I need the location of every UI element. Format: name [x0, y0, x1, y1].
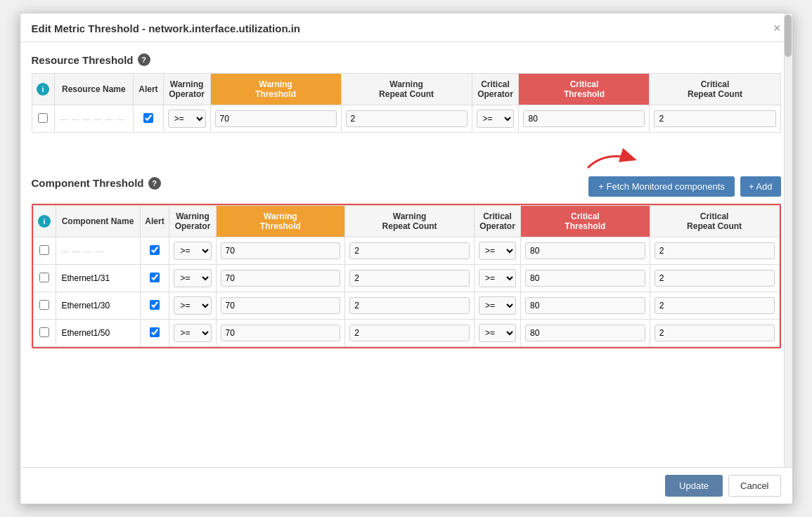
component-section-header: Component Threshold ? + Fetch Monitored …: [32, 176, 781, 197]
resource-warning-threshold-cell[interactable]: [210, 105, 341, 133]
comp-crit-thresh-1[interactable]: [525, 242, 645, 259]
arrow-wrapper: [32, 147, 781, 172]
resource-critical-threshold-input[interactable]: [523, 110, 645, 127]
comp-row1-check[interactable]: [33, 237, 56, 265]
component-threshold-section: Component Threshold ? + Fetch Monitored …: [32, 176, 781, 348]
resource-row-check[interactable]: [32, 105, 54, 133]
resource-threshold-table: i Resource Name Alert WarningOperator Wa…: [32, 73, 781, 133]
modal: Edit Metric Threshold - network.interfac…: [20, 13, 793, 504]
component-th-warning-operator: WarningOperator: [169, 206, 216, 237]
comp-crit-thresh-4[interactable]: [525, 325, 645, 341]
table-row: — — — — >=<=><= >=<=><=: [33, 237, 779, 265]
resource-th-warning-operator: WarningOperator: [163, 74, 210, 105]
comp-crit-thresh-2[interactable]: [525, 270, 645, 287]
comp-checkbox-4[interactable]: [39, 327, 49, 337]
resource-critical-threshold-cell[interactable]: [519, 105, 650, 133]
comp-warn-thresh-1[interactable]: [221, 242, 341, 259]
component-th-critical-operator: CriticalOperator: [474, 206, 520, 237]
resource-name-blurred: — — — — — —: [60, 114, 125, 123]
resource-th-critical-repeat: CriticalRepeat Count: [650, 74, 780, 105]
comp-warn-repeat-2[interactable]: [349, 270, 470, 287]
comp-crit-op-3[interactable]: >=<=><=: [479, 296, 516, 315]
resource-alert-checkbox[interactable]: [143, 113, 153, 123]
comp-name-3: Ethernet1/30: [62, 301, 110, 310]
resource-th-warning-repeat: WarningRepeat Count: [341, 74, 472, 105]
comp-name-4: Ethernet1/50: [62, 328, 110, 338]
component-info-icon: i: [38, 215, 51, 228]
resource-warning-repeat-cell[interactable]: [341, 105, 472, 133]
table-row: Ethernet1/30 >=<=><= >=<=><=: [33, 292, 779, 320]
comp-crit-op-2[interactable]: >=<=><=: [479, 269, 516, 287]
component-help-icon[interactable]: ?: [148, 177, 161, 190]
resource-th-critical-operator: CriticalOperator: [472, 74, 519, 105]
resource-critical-repeat-cell[interactable]: [650, 105, 780, 133]
resource-th-name: Resource Name: [54, 74, 134, 105]
resource-th-info: i: [32, 74, 54, 105]
resource-th-warning-threshold: WarningThreshold: [210, 74, 341, 105]
resource-th-alert: Alert: [134, 74, 163, 105]
comp-alert-4[interactable]: [150, 327, 160, 337]
comp-warn-thresh-3[interactable]: [221, 297, 341, 314]
comp-warn-op-1[interactable]: >=<=><=: [174, 242, 211, 260]
comp-checkbox-1[interactable]: [39, 245, 49, 255]
component-section-title: Component Threshold ?: [32, 177, 161, 190]
modal-footer: Update Cancel: [20, 467, 792, 504]
component-btn-group: + Fetch Monitored components + Add: [588, 176, 780, 197]
comp-warn-thresh-4[interactable]: [221, 325, 341, 341]
comp-warn-op-4[interactable]: >=<=><=: [174, 324, 211, 342]
table-row: Ethernet1/50 >=<=><= >=<=><=: [33, 320, 779, 347]
scrollbar-thumb[interactable]: [785, 15, 792, 57]
modal-header: Edit Metric Threshold - network.interfac…: [20, 13, 792, 42]
resource-alert-cell[interactable]: [134, 105, 163, 133]
comp-alert-1[interactable]: [150, 245, 160, 255]
resource-critical-operator-cell[interactable]: >=<=><=: [472, 105, 519, 133]
component-th-critical-repeat: CriticalRepeat Count: [650, 206, 779, 237]
resource-name-cell: — — — — — —: [54, 105, 134, 133]
comp-checkbox-2[interactable]: [39, 273, 49, 282]
resource-section-title: Resource Threshold ?: [32, 53, 781, 66]
comp-warn-repeat-3[interactable]: [349, 297, 470, 314]
close-button[interactable]: ×: [773, 22, 781, 34]
resource-warning-repeat-input[interactable]: [346, 110, 468, 127]
table-row: — — — — — — >=<=><=: [32, 105, 780, 133]
red-arrow-icon: [584, 147, 640, 172]
comp-crit-op-1[interactable]: >=<=><=: [479, 242, 516, 260]
modal-body: Resource Threshold ? i Resource Name Ale…: [20, 42, 792, 391]
resource-critical-repeat-input[interactable]: [654, 110, 775, 127]
component-table-wrapper: i Component Name Alert WarningOperator W…: [32, 204, 781, 348]
comp-warn-op-2[interactable]: >=<=><=: [174, 269, 211, 287]
add-component-button[interactable]: + Add: [740, 176, 781, 197]
comp-name-blurred-1: — — — —: [62, 247, 104, 255]
comp-checkbox-3[interactable]: [39, 300, 49, 310]
update-button[interactable]: Update: [665, 475, 723, 497]
resource-help-icon[interactable]: ?: [138, 53, 150, 66]
resource-checkbox[interactable]: [38, 113, 48, 123]
component-th-warning-threshold: WarningThreshold: [216, 206, 345, 237]
table-row: Ethernet1/31 >=<=><= >=<=><=: [33, 265, 779, 292]
resource-critical-operator-select[interactable]: >=<=><=: [477, 110, 515, 128]
component-th-name: Component Name: [56, 206, 140, 237]
resource-warning-operator-cell[interactable]: >=<=><=: [163, 105, 210, 133]
comp-name-2: Ethernet1/31: [62, 273, 110, 283]
comp-crit-repeat-3[interactable]: [655, 297, 775, 314]
comp-warn-thresh-2[interactable]: [221, 270, 341, 287]
comp-crit-repeat-2[interactable]: [655, 270, 775, 287]
comp-alert-2[interactable]: [150, 273, 160, 282]
resource-threshold-section: Resource Threshold ? i Resource Name Ale…: [32, 53, 781, 133]
comp-crit-thresh-3[interactable]: [525, 297, 645, 314]
resource-th-critical-threshold: CriticalThreshold: [519, 74, 650, 105]
component-th-critical-threshold: CriticalThreshold: [521, 206, 650, 237]
resource-warning-operator-select[interactable]: >=<=><=: [168, 110, 206, 128]
comp-crit-op-4[interactable]: >=<=><=: [479, 324, 516, 342]
comp-warn-repeat-4[interactable]: [349, 325, 470, 341]
fetch-monitored-components-button[interactable]: + Fetch Monitored components: [588, 176, 735, 197]
comp-warn-op-3[interactable]: >=<=><=: [174, 296, 211, 315]
resource-warning-threshold-input[interactable]: [215, 110, 337, 127]
comp-alert-3[interactable]: [150, 300, 160, 310]
component-th-alert: Alert: [140, 206, 169, 237]
comp-warn-repeat-1[interactable]: [349, 242, 470, 259]
resource-info-icon: i: [37, 83, 49, 96]
cancel-button[interactable]: Cancel: [728, 475, 780, 497]
comp-crit-repeat-1[interactable]: [655, 242, 775, 259]
comp-crit-repeat-4[interactable]: [655, 325, 775, 341]
